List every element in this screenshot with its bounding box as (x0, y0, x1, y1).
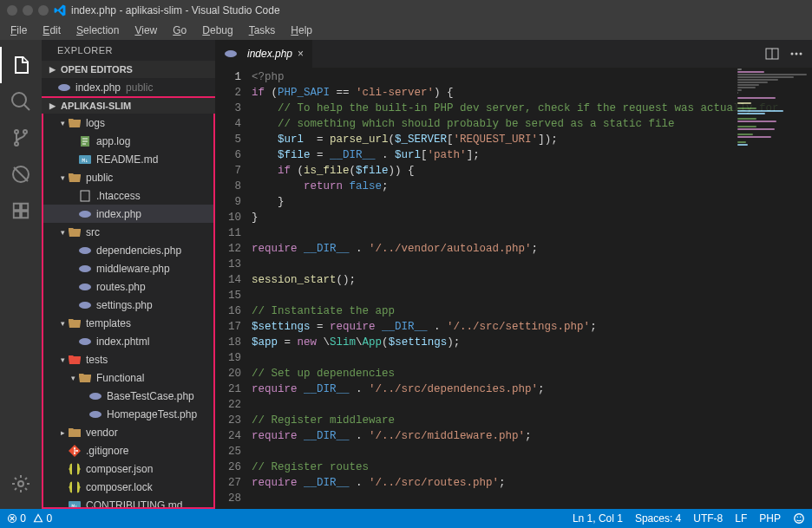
vscode-icon (54, 4, 66, 16)
debug-icon[interactable] (0, 156, 42, 192)
minimap[interactable] (734, 68, 812, 509)
menu-view[interactable]: View (128, 23, 164, 38)
menu-debug[interactable]: Debug (195, 23, 239, 38)
item-label: CONTRIBUTING.md (86, 499, 182, 510)
item-label: README.md (96, 153, 158, 166)
file-item[interactable]: M↓CONTRIBUTING.md (43, 496, 213, 509)
php-icon (78, 207, 92, 221)
open-editors-label: OPEN EDITORS (61, 64, 133, 75)
file-item[interactable]: .htaccess (43, 186, 213, 205)
file-item[interactable]: app.log (43, 132, 213, 150)
php-file-icon (57, 81, 71, 95)
menu-file[interactable]: File (3, 23, 34, 38)
sidebar-title: EXPLORER (42, 40, 215, 61)
item-label: dependencies.php (96, 244, 181, 257)
open-editor-item[interactable]: index.php public (42, 78, 215, 96)
search-icon[interactable] (0, 83, 42, 120)
folder-item[interactable]: ▾logs (43, 114, 213, 132)
item-label: settings.php (96, 299, 153, 311)
file-item[interactable]: BaseTestCase.php (43, 387, 213, 405)
menu-go[interactable]: Go (166, 23, 193, 38)
item-label: composer.json (86, 463, 153, 475)
menu-help[interactable]: Help (284, 23, 319, 38)
encoding[interactable]: UTF-8 (693, 512, 723, 525)
file-item[interactable]: M↓README.md (43, 150, 213, 168)
item-label: templates (86, 317, 131, 329)
file-item[interactable]: dependencies.php (43, 241, 213, 259)
folder-item[interactable]: ▾Functional (43, 368, 213, 387)
chevron-down-icon: ▾ (57, 119, 68, 127)
item-label: .gitignore (86, 445, 128, 457)
menu-tasks[interactable]: Tasks (242, 23, 283, 38)
file-item[interactable]: .gitignore (43, 441, 213, 460)
folder-open-test-icon (68, 353, 82, 367)
folder-open-icon (78, 371, 92, 385)
line-gutter[interactable]: 1234567891011121314151617181920212223242… (215, 68, 252, 509)
folder-open-icon (68, 316, 82, 330)
language-mode[interactable]: PHP (759, 512, 781, 525)
file-item[interactable]: composer.json (43, 460, 213, 478)
chevron-down-icon: ▾ (57, 355, 68, 364)
window-close-icon[interactable] (7, 5, 17, 16)
file-icon (78, 189, 92, 203)
file-item[interactable]: HomepageTest.php (43, 405, 213, 423)
svg-point-26 (225, 50, 237, 57)
file-item[interactable]: middleware.php (43, 259, 213, 277)
svg-point-30 (796, 53, 798, 55)
eol[interactable]: LF (735, 512, 747, 525)
more-icon[interactable] (789, 47, 803, 61)
error-count[interactable]: 0 (7, 512, 26, 525)
folder-item[interactable]: ▾public (43, 168, 213, 186)
settings-icon[interactable] (0, 466, 42, 502)
php-file-icon (224, 47, 238, 61)
feedback-icon[interactable] (793, 512, 805, 525)
file-item[interactable]: routes.php (43, 277, 213, 296)
menu-selection[interactable]: Selection (69, 23, 126, 38)
open-editors-header[interactable]: ▶ OPEN EDITORS (42, 61, 215, 78)
file-item[interactable]: settings.php (43, 296, 213, 314)
source-control-icon[interactable] (0, 120, 42, 156)
extensions-icon[interactable] (0, 192, 42, 229)
folder-item[interactable]: ▾templates (43, 314, 213, 332)
editor-tab[interactable]: index.php × (215, 40, 313, 68)
editor-area: index.php × 1234567891011121314151617181… (215, 40, 812, 509)
indentation[interactable]: Spaces: 4 (635, 512, 681, 525)
svg-point-12 (79, 265, 91, 272)
item-label: .htaccess (96, 190, 141, 202)
folder-item[interactable]: ▾src (43, 223, 213, 241)
warning-count[interactable]: 0 (33, 512, 52, 525)
log-icon (78, 134, 92, 148)
chevron-right-icon: ▸ (57, 428, 68, 437)
window-maximize-icon[interactable] (38, 5, 49, 16)
project-header[interactable]: ▶ APLIKASI-SLIM (42, 96, 215, 114)
item-label: logs (86, 117, 105, 129)
open-editor-name: index.php (75, 81, 121, 94)
item-label: index.php (96, 208, 141, 220)
editor-tabs: index.php × (215, 40, 812, 68)
php-icon (78, 244, 92, 257)
cursor-position[interactable]: Ln 1, Col 1 (573, 512, 623, 525)
project-label: APLIKASI-SLIM (61, 101, 131, 111)
svg-text:M↓: M↓ (71, 503, 77, 509)
svg-point-34 (797, 517, 798, 518)
code-content[interactable]: <?phpif (PHP_SAPI == 'cli-server') { // … (252, 68, 812, 509)
file-item[interactable]: composer.lock (43, 478, 213, 496)
status-bar: 0 0 Ln 1, Col 1 Spaces: 4 UTF-8 LF PHP (0, 509, 812, 528)
svg-point-15 (79, 338, 91, 345)
item-label: composer.lock (86, 481, 153, 493)
window-minimize-icon[interactable] (23, 5, 33, 16)
close-icon[interactable]: × (298, 48, 304, 60)
folder-item[interactable]: ▸vendor (43, 423, 213, 441)
chevron-down-icon: ▶ (47, 101, 57, 110)
folder-open-icon (68, 225, 82, 239)
menu-edit[interactable]: Edit (36, 23, 68, 38)
folder-open-icon (68, 171, 82, 185)
file-item[interactable]: index.php (43, 205, 213, 223)
item-label: index.phtml (96, 336, 149, 348)
svg-point-17 (89, 411, 102, 418)
explorer-icon[interactable] (0, 47, 42, 83)
split-editor-icon[interactable] (765, 47, 779, 61)
svg-point-31 (800, 53, 802, 55)
folder-item[interactable]: ▾tests (43, 350, 213, 368)
file-item[interactable]: index.phtml (43, 332, 213, 350)
